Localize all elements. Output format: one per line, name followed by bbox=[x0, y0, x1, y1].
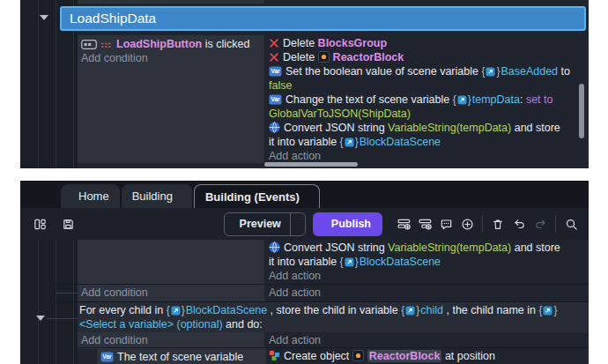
toolbar-left-icons bbox=[29, 213, 78, 235]
search-icon bbox=[565, 218, 578, 231]
toolbar-right-icons bbox=[393, 213, 582, 235]
add-circle-button[interactable] bbox=[456, 213, 478, 235]
condition-row[interactable]: VarThe text of scene variable{}child.Nam… bbox=[100, 350, 266, 364]
object-chip-icon bbox=[352, 350, 364, 361]
tab-building[interactable]: Building bbox=[122, 184, 192, 208]
save-button[interactable] bbox=[57, 213, 78, 235]
action-row[interactable]: VarSet the boolean value of scene variab… bbox=[269, 64, 582, 93]
foreach-event[interactable]: For every child in {}BlockDataScene , st… bbox=[78, 302, 589, 332]
event-connector bbox=[56, 293, 78, 293]
horizontal-scrollbar[interactable] bbox=[264, 162, 358, 167]
conditions-column: VarThe text of scene variable{}child.Nam… bbox=[97, 348, 266, 364]
tab-label: Building (Events) bbox=[205, 190, 300, 204]
svg-text:Var: Var bbox=[102, 353, 112, 360]
toolbar-divider bbox=[555, 215, 556, 233]
action-row[interactable]: Delete ReactorBlock bbox=[269, 50, 582, 64]
action-row[interactable]: Delete BlocksGroup bbox=[269, 36, 582, 50]
group-title: LoadShipData bbox=[70, 11, 156, 26]
toolbar: Preview Publish bbox=[20, 208, 589, 240]
tab-label: Building bbox=[132, 189, 173, 203]
add-condition-link[interactable]: Add condition bbox=[81, 51, 264, 65]
project-manager-icon bbox=[33, 218, 47, 231]
event-connector bbox=[47, 318, 78, 319]
add-subevent-button[interactable] bbox=[414, 213, 435, 235]
delete-icon bbox=[269, 38, 279, 48]
comment-button[interactable] bbox=[435, 213, 456, 235]
publish-button[interactable]: Publish bbox=[313, 212, 382, 236]
project-manager-button[interactable] bbox=[29, 213, 50, 235]
preview-button[interactable]: Preview bbox=[224, 212, 306, 236]
save-icon bbox=[62, 218, 75, 231]
condition-row[interactable]: LoadShipButton is clicked bbox=[81, 37, 264, 51]
add-condition-link[interactable]: Add condition bbox=[81, 286, 264, 300]
add-event-icon bbox=[397, 218, 412, 231]
action-row[interactable]: Convert JSON string VariableString(tempD… bbox=[269, 121, 582, 149]
var-chip-icon: {} bbox=[340, 135, 359, 149]
toolbar-divider bbox=[482, 215, 483, 233]
sprite-thumb-icon bbox=[100, 41, 113, 49]
conditions-column: LoadShipButton is clicked Add condition bbox=[78, 35, 264, 163]
var-chip-icon: {} bbox=[538, 303, 557, 317]
search-button[interactable] bbox=[560, 213, 582, 235]
var-badge-icon: Var bbox=[100, 352, 114, 362]
tab-bar: Home Building Building (Events) bbox=[20, 181, 589, 208]
actions-column: Delete BlocksGroup Delete ReactorBlock V… bbox=[269, 36, 582, 163]
trash-icon bbox=[492, 218, 504, 231]
tab-building-events[interactable]: Building (Events) bbox=[194, 184, 320, 208]
add-action-link[interactable]: Add action bbox=[269, 149, 582, 163]
undo-button[interactable] bbox=[508, 213, 530, 235]
create-object-icon bbox=[269, 350, 280, 361]
var-chip-icon: {} bbox=[167, 303, 185, 317]
undo-icon bbox=[513, 218, 526, 230]
add-circle-icon bbox=[461, 218, 474, 231]
var-badge-icon: Var bbox=[269, 94, 282, 105]
events-editor-top-panel: Add action LoadShipData LoadShipButton i… bbox=[20, 0, 589, 168]
menu-button[interactable] bbox=[31, 183, 54, 206]
var-chip-icon: {} bbox=[453, 93, 471, 107]
redo-button[interactable] bbox=[530, 213, 551, 235]
tab-label: Home bbox=[78, 189, 109, 203]
preview-label: Preview bbox=[240, 218, 281, 230]
add-event-button[interactable] bbox=[393, 213, 414, 235]
conditions-column bbox=[78, 240, 264, 284]
trash-button[interactable] bbox=[487, 213, 508, 235]
group-event-header[interactable]: LoadShipData bbox=[60, 6, 586, 31]
collapse-arrow-icon[interactable] bbox=[36, 316, 45, 321]
events-sheet: Convert JSON string VariableString(tempD… bbox=[20, 240, 589, 364]
collapse-arrow-icon[interactable] bbox=[40, 15, 48, 20]
gdevelop-window: Home Building Building (Events) Preview bbox=[20, 181, 589, 364]
conditions-column: Add condition bbox=[78, 285, 264, 301]
foreach-text: For every child in {}BlockDataScene , st… bbox=[78, 302, 589, 331]
var-badge-icon: Var bbox=[269, 66, 282, 77]
action-row[interactable]: Create object ReactorBlock at positionVa… bbox=[269, 349, 524, 364]
action-row[interactable]: VarChange the text of scene variable {}t… bbox=[269, 93, 582, 121]
add-subevent-icon bbox=[418, 218, 433, 231]
tab-home[interactable]: Home bbox=[61, 184, 120, 208]
var-chip-icon: {} bbox=[401, 303, 419, 317]
clipped-condition-column bbox=[78, 0, 264, 4]
comment-icon bbox=[440, 218, 453, 231]
add-condition-link[interactable]: Add condition bbox=[81, 333, 264, 347]
clipped-add-action-link[interactable]: Add action bbox=[273, 0, 325, 4]
delete-icon bbox=[269, 52, 279, 63]
actions-column: Create object ReactorBlock at positionVa… bbox=[269, 349, 524, 364]
redo-icon bbox=[534, 218, 547, 230]
globe-blue-icon bbox=[269, 241, 280, 253]
vertical-scrollbar[interactable] bbox=[579, 84, 584, 138]
add-action-link[interactable]: Add action bbox=[269, 333, 321, 347]
svg-text:Var: Var bbox=[271, 68, 280, 74]
add-action-link[interactable]: Add action bbox=[269, 269, 560, 283]
globe-blue-icon bbox=[269, 122, 280, 133]
publish-label: Publish bbox=[331, 218, 371, 230]
svg-text:Var: Var bbox=[271, 96, 280, 102]
action-row[interactable]: Convert JSON string VariableString(tempD… bbox=[269, 241, 560, 269]
button-icon bbox=[81, 40, 97, 49]
actions-column: Convert JSON string VariableString(tempD… bbox=[269, 241, 560, 283]
var-chip-icon: {} bbox=[481, 64, 500, 78]
var-chip-icon: {} bbox=[340, 255, 359, 269]
object-chip-icon bbox=[318, 51, 330, 63]
screenshot-canvas: Add action LoadShipData LoadShipButton i… bbox=[0, 0, 608, 364]
add-action-link[interactable]: Add action bbox=[269, 286, 321, 300]
